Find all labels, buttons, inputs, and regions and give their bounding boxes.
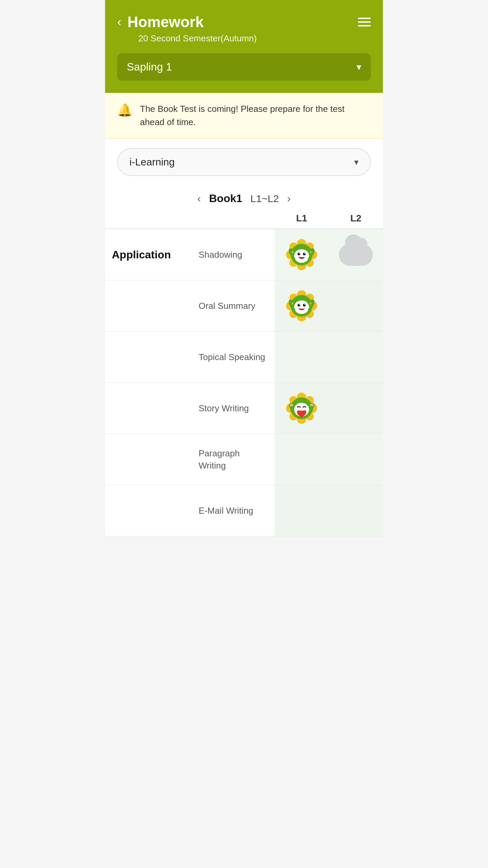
page-title: Homework: [127, 14, 204, 31]
back-button[interactable]: ‹: [117, 16, 121, 28]
book-next-button[interactable]: ›: [287, 192, 291, 205]
row-label-shadowing: Shadowing: [193, 242, 274, 268]
svg-point-18: [289, 248, 293, 252]
learning-selector-arrow-icon: ▾: [354, 157, 359, 167]
book-title: Book1: [209, 192, 242, 205]
table-row: Topical Speaking: [105, 332, 383, 383]
book-navigation: ‹ Book1 L1~L2 ›: [105, 185, 383, 208]
svg-point-11: [303, 253, 306, 255]
svg-point-13: [304, 253, 305, 254]
row-label-story-writing: Story Writing: [193, 395, 274, 421]
svg-point-19: [310, 248, 314, 252]
cell-shadowing-l2: [329, 229, 383, 280]
row-label-topical-speaking: Topical Speaking: [193, 344, 274, 370]
cell-paragraph-writing-l2: [329, 434, 383, 485]
menu-button[interactable]: [358, 18, 371, 26]
cell-paragraph-writing-l1: [274, 434, 329, 485]
mascot-heart-icon: [285, 391, 319, 425]
content-area: i-Learning ▾ ‹ Book1 L1~L2 › L1 L2 Appli…: [105, 139, 383, 536]
section-category-placeholder4: [105, 434, 193, 485]
bell-icon: 🔔: [117, 103, 133, 117]
section-category-placeholder5: [105, 485, 193, 536]
svg-point-12: [299, 253, 300, 254]
cell-story-writing-l2: [329, 383, 383, 434]
column-l2-header: L2: [329, 213, 383, 224]
menu-line-3: [358, 25, 371, 26]
table-row: Story Writing: [105, 383, 383, 434]
svg-point-30: [298, 304, 300, 307]
row-label-oral-summary: Oral Summary: [193, 293, 274, 319]
menu-line-2: [358, 21, 371, 23]
menu-line-1: [358, 18, 371, 19]
cell-topical-speaking-l1: [274, 332, 329, 382]
row-label-email-writing: E-Mail Writing: [193, 498, 274, 524]
section-category-placeholder3: [105, 383, 193, 434]
svg-point-31: [303, 304, 306, 307]
book-range: L1~L2: [250, 193, 279, 204]
notification-text: The Book Test is coming! Please prepare …: [140, 102, 371, 129]
table-row: Application Shadowing: [105, 229, 383, 280]
cell-oral-summary-l1[interactable]: [274, 280, 329, 331]
class-selector-dropdown[interactable]: Sapling 1 ▾: [117, 53, 371, 81]
section-category-placeholder: [105, 280, 193, 331]
svg-point-32: [299, 304, 300, 305]
svg-point-39: [310, 299, 314, 303]
learning-selector-wrapper: i-Learning ▾: [105, 139, 383, 185]
section-category-application: Application: [105, 229, 193, 280]
table-row: Oral Summary: [105, 280, 383, 332]
column-headers: L1 L2: [105, 208, 383, 229]
table-row: Paragraph Writing: [105, 434, 383, 485]
notification-banner: 🔔 The Book Test is coming! Please prepar…: [105, 93, 383, 139]
cell-oral-summary-l2: [329, 280, 383, 331]
cell-email-writing-l1: [274, 485, 329, 536]
section-category-placeholder2: [105, 332, 193, 382]
mascot-happy-icon: [285, 238, 319, 272]
svg-point-38: [289, 299, 293, 303]
header-subtitle: 20 Second Semester(Autumn): [138, 33, 371, 44]
class-selector-arrow-icon: ▾: [357, 61, 361, 73]
cell-story-writing-l1[interactable]: [274, 383, 329, 434]
row-label-paragraph-writing: Paragraph Writing: [193, 440, 274, 479]
cell-topical-speaking-l2: [329, 332, 383, 382]
learning-selector-dropdown[interactable]: i-Learning ▾: [117, 148, 371, 176]
header: ‹ Homework 20 Second Semester(Autumn) Sa…: [105, 0, 383, 93]
svg-point-9: [294, 249, 309, 263]
cloud-locked-icon: [339, 244, 373, 266]
class-selector-label: Sapling 1: [127, 61, 172, 73]
learning-selector-label: i-Learning: [129, 156, 175, 168]
svg-point-10: [298, 253, 300, 255]
column-l1-header: L1: [274, 213, 329, 224]
homework-table: Application Shadowing: [105, 229, 383, 536]
cell-email-writing-l2: [329, 485, 383, 536]
svg-point-33: [304, 304, 305, 305]
mascot-smile-icon: [285, 289, 319, 323]
table-row: E-Mail Writing: [105, 485, 383, 536]
cell-shadowing-l1[interactable]: [274, 229, 329, 280]
svg-point-29: [294, 300, 309, 314]
book-prev-button[interactable]: ‹: [197, 192, 201, 205]
